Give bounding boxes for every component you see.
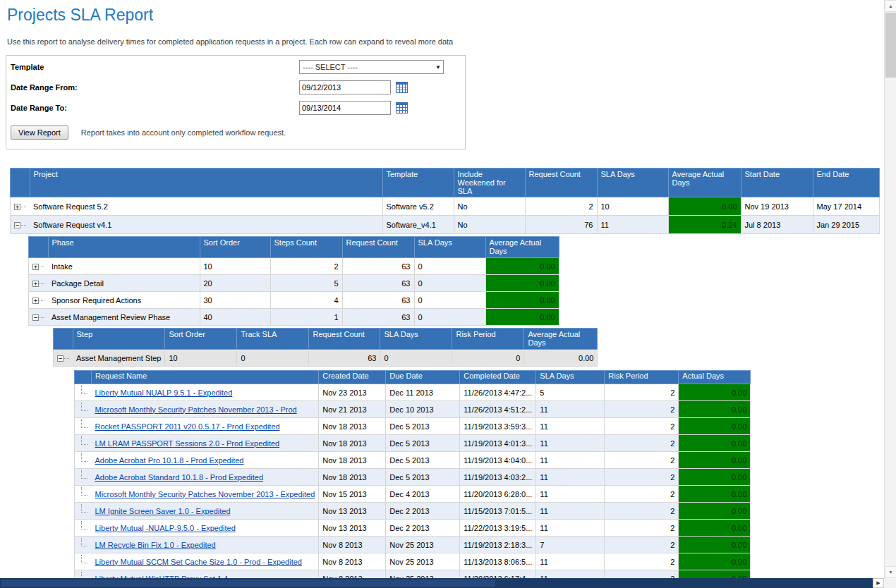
completed-date-cell: 11/26/2013 4:51:2... — [460, 401, 536, 418]
tree-cell — [75, 537, 92, 553]
created-date-cell: Nov 18 2013 — [319, 418, 386, 435]
risk-period-cell: 2 — [605, 435, 679, 452]
request-link[interactable]: Adobe Acrobat Pro 10.1.8 - Prod Expedite… — [95, 456, 244, 465]
sla-days-cell: 11 — [536, 520, 605, 537]
tree-cell — [75, 435, 92, 452]
tree-cell — [75, 570, 92, 579]
column-header: Completed Date — [460, 371, 536, 384]
horizontal-scrollbar[interactable]: ▶ — [0, 578, 884, 588]
average-actual-days-cell: 0.00 — [668, 197, 741, 216]
horizontal-scrollbar-thumb[interactable] — [1, 580, 495, 587]
date-range-from-input[interactable] — [299, 80, 391, 94]
request-name-cell: Liberty Mutual NUALP 9.5.1 - Expedited — [92, 384, 319, 401]
column-header: End Date — [813, 169, 879, 197]
scroll-right-button[interactable]: ▶ — [873, 578, 884, 588]
due-date-cell: Dec 2 2013 — [386, 520, 460, 537]
request-row: Microsoft Monthly Security Patches Novem… — [75, 486, 751, 503]
created-date-cell: Nov 18 2013 — [319, 435, 386, 452]
date-to-param-row: Date Range To: — [11, 101, 459, 115]
request-link[interactable]: Rocket PASSPORT 2011 v20.0.5.17 - Prod E… — [95, 422, 280, 431]
tree-leaf-connector — [81, 521, 87, 529]
due-date-cell: Dec 5 2013 — [386, 418, 460, 435]
calendar-icon[interactable] — [396, 82, 408, 93]
sla-days-cell: 0 — [414, 309, 485, 326]
expand-toggle-icon[interactable]: + — [32, 281, 39, 287]
template-select[interactable]: ---- SELECT ---- ▼ — [299, 60, 444, 74]
request-row: Adobe Acrobat Pro 10.1.8 - Prod Expedite… — [75, 452, 751, 469]
tree-cell — [75, 384, 92, 401]
completed-date-cell: 11/13/2013 8:06:5... — [460, 553, 536, 570]
request-row: Liberty Mutual -NUALP-9.5.0 - Expedited … — [75, 520, 751, 537]
tree-cell — [75, 503, 92, 520]
request-count-cell: 63 — [342, 275, 414, 292]
project-name-cell: Software Request v4.1 — [30, 216, 382, 234]
tree-cell — [75, 401, 92, 418]
completed-date-cell: 11/19/2013 4:04:0... — [460, 452, 536, 469]
request-link[interactable]: Liberty Mutual -NUALP-9.5.0 - Expedited — [95, 524, 236, 532]
tree-leaf-connector — [81, 419, 87, 428]
request-link[interactable]: Liberty Mutual NUALP 9.5.1 - Expedited — [95, 388, 233, 397]
expand-toggle-icon[interactable]: + — [32, 264, 39, 270]
average-actual-days-cell: 0.00 — [485, 275, 559, 292]
request-name-cell: Rocket PASSPORT 2011 v20.0.5.17 - Prod E… — [92, 418, 319, 435]
expand-toggle-icon[interactable]: + — [14, 204, 20, 210]
created-date-cell: Nov 15 2013 — [319, 486, 386, 503]
request-link[interactable]: Microsoft Monthly Security Patches Novem… — [95, 490, 315, 498]
sort-order-cell: 20 — [200, 275, 270, 292]
request-row: Adobe Acrobat Standard 10.1.8 - Prod Exp… — [75, 469, 751, 486]
request-link[interactable]: LM LRAM PASSPORT Sessions 2.0 - Prod Exp… — [95, 439, 280, 448]
created-date-cell: Nov 18 2013 — [319, 469, 386, 486]
actual-days-cell: 0.00 — [679, 384, 751, 401]
steps-count-cell: 2 — [270, 258, 342, 275]
expand-toggle-icon[interactable]: − — [14, 222, 20, 228]
start-date-cell: Jul 8 2013 — [741, 216, 813, 234]
sla-days-cell: 11 — [536, 553, 605, 570]
sla-days-cell: 10 — [597, 197, 668, 216]
request-link[interactable]: LM Recycle Bin Fix 1.0 - Expedited — [95, 541, 216, 549]
request-count-cell: 63 — [309, 350, 380, 367]
project-name-cell: Software Request 5.2 — [30, 197, 382, 216]
tree-leaf-connector — [81, 386, 87, 394]
steps-count-cell: 1 — [270, 309, 342, 326]
column-header: Request Count — [342, 237, 414, 258]
view-report-row: View Report Report takes into account on… — [11, 125, 459, 140]
expand-toggle-icon[interactable]: + — [32, 298, 39, 304]
risk-period-cell: 2 — [605, 570, 679, 579]
average-actual-days-cell: 0.00 — [524, 350, 598, 367]
expand-toggle-icon[interactable]: − — [57, 355, 63, 362]
phase-row: + Package Detail 20 5 63 0 0.00 — [29, 275, 559, 292]
vertical-scrollbar[interactable]: ▲ ▼ — [884, 0, 896, 578]
expand-toggle-icon[interactable]: − — [32, 314, 39, 321]
phase-row: + Intake 10 2 63 0 0.00 — [29, 258, 559, 275]
tree-connector — [21, 225, 26, 226]
phase-name-cell: Sponsor Required Actions — [48, 292, 200, 309]
calendar-icon[interactable] — [396, 102, 408, 114]
date-range-to-input[interactable] — [299, 101, 391, 115]
request-count-cell: 2 — [525, 197, 597, 216]
actual-days-cell: 0.00 — [679, 401, 751, 418]
request-link[interactable]: Adobe Acrobat Standard 10.1.8 - Prod Exp… — [95, 473, 264, 482]
created-date-cell: Nov 21 2013 — [319, 401, 386, 418]
request-name-cell: LM LRAM PASSPORT Sessions 2.0 - Prod Exp… — [92, 435, 319, 452]
project-table: ProjectTemplateInclude Weekened for SLAR… — [10, 168, 880, 234]
request-name-cell: LM Ignite Screen Saver 1.0 - Expedited — [92, 503, 319, 520]
vertical-scrollbar-thumb[interactable] — [885, 13, 896, 78]
column-header: Request Name — [92, 371, 319, 384]
due-date-cell: Dec 2 2013 — [386, 503, 460, 520]
scroll-up-button[interactable]: ▲ — [885, 0, 896, 12]
request-link[interactable]: Liberty Mutual SCCM Set Cache Size 1.0 -… — [95, 558, 302, 566]
tree-leaf-connector — [81, 538, 87, 546]
view-report-button[interactable]: View Report — [11, 125, 68, 140]
created-date-cell: Nov 8 2013 — [319, 570, 386, 579]
completed-date-cell: 11/15/2013 7:01:5... — [460, 503, 536, 520]
request-name-cell: Microsoft Monthly Security Patches Novem… — [92, 401, 319, 418]
step-table-header-row: StepSort OrderTrack SLARequest CountSLA … — [54, 329, 598, 350]
created-date-cell: Nov 8 2013 — [319, 537, 386, 553]
request-link[interactable]: Microsoft Monthly Security Patches Novem… — [95, 405, 297, 414]
average-actual-days-cell: 0.00 — [485, 258, 559, 275]
scroll-down-button[interactable]: ▼ — [885, 566, 896, 578]
completed-date-cell: 11/22/2013 3:19:5... — [460, 520, 536, 537]
column-header: Created Date — [319, 371, 386, 384]
tree-leaf-connector — [81, 403, 87, 411]
request-link[interactable]: LM Ignite Screen Saver 1.0 - Expedited — [95, 507, 231, 515]
